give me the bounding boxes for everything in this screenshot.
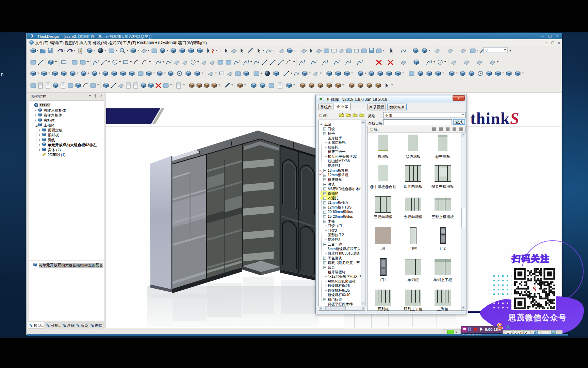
svg-text:S: S xyxy=(35,104,37,107)
svg-text:?: ? xyxy=(211,48,214,54)
svg-text:0: 0 xyxy=(486,48,488,52)
